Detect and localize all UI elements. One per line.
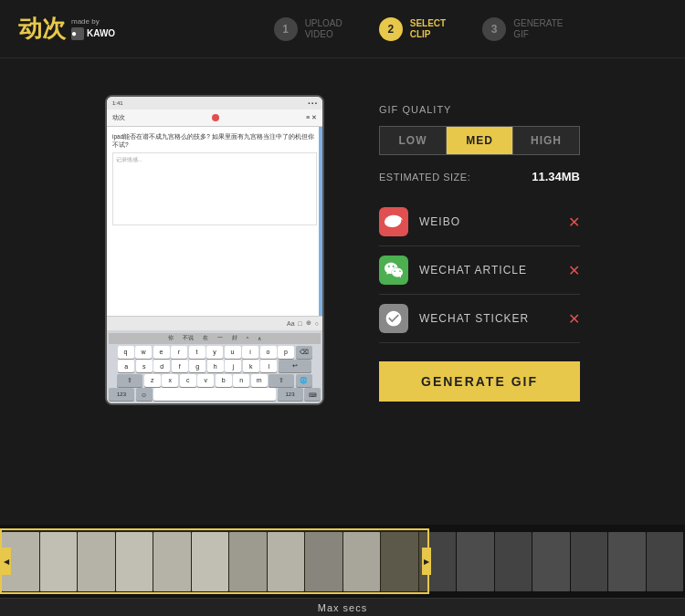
quality-high[interactable]: HIGH [513,127,579,154]
key-a[interactable]: a [118,360,134,372]
suggestion-6[interactable]: ^ [243,336,253,341]
step-1[interactable]: 1 UPLOAD VIDEO [274,17,342,41]
platform-list: WEIBO ✕ WECHAT ARTICLE ✕ [379,198,580,343]
frame-14[interactable] [495,532,532,591]
generate-gif-button[interactable]: GENERATE GIF [379,361,580,402]
film-handle-left[interactable]: ◀ [2,548,11,575]
key-q[interactable]: q [118,346,134,359]
key-123-right[interactable]: 123 [278,388,303,401]
frame-13[interactable] [457,532,494,591]
step-3-circle: 3 [482,17,506,41]
suggestion-4[interactable]: 一 [214,334,227,342]
step-2[interactable]: 2 SELECT CLIP [379,17,446,41]
wechat-sticker-icon [379,304,408,333]
film-label-text: Max secs [318,602,367,613]
key-g[interactable]: g [189,360,206,372]
key-w[interactable]: w [135,346,152,359]
logo-brand-row: ● KAWO [71,27,115,40]
key-b[interactable]: b [216,374,232,387]
toolbar-aa[interactable]: Aa [287,320,295,327]
key-t[interactable]: t [189,346,206,359]
key-e[interactable]: e [153,346,170,359]
frame-16[interactable] [571,532,608,591]
estimated-size-label: ESTIMATED SIZE: [379,172,470,183]
film-selection[interactable]: ◀ [0,528,429,594]
key-return[interactable]: ↩ [279,360,311,372]
suggestion-7[interactable]: ∧ [254,335,265,341]
kawo-icon: ● [71,27,84,40]
key-p[interactable]: p [278,346,294,359]
key-delete[interactable]: ⌫ [296,346,312,359]
logo-brand: KAWO [87,27,115,39]
quality-low[interactable]: LOW [380,127,447,154]
steps-nav: 1 UPLOAD VIDEO 2 SELECT CLIP 3 GENERATE [170,17,667,41]
phone-input-area[interactable]: 记录情感... [112,152,317,225]
wechat-sticker-name: WECHAT STICKER [419,312,568,325]
key-o[interactable]: o [260,346,277,359]
key-k[interactable]: k [243,360,259,372]
key-m[interactable]: m [251,374,268,387]
phone-status-right: ▪ ▪ ▪ [308,100,317,106]
film-strip[interactable]: ◀ ▶ [0,525,685,598]
logo-chinese: 动次 [18,13,66,45]
suggestion-3[interactable]: 在 [199,334,212,342]
right-panel: GIF QUALITY LOW MED HIGH ESTIMATED SIZE:… [379,95,580,402]
film-handle-right[interactable]: ▶ [422,548,431,575]
toolbar-plus[interactable]: ⊕ [306,319,311,327]
key-v[interactable]: v [197,374,214,387]
key-l[interactable]: l [260,360,277,372]
frame-17[interactable] [608,532,646,591]
toolbar-box[interactable]: □ [299,320,302,327]
keyboard-row-1: q w e r t y u i o p ⌫ [109,346,321,359]
key-z[interactable]: z [144,374,161,387]
key-u[interactable]: u [225,346,241,359]
wechat-sticker-remove[interactable]: ✕ [568,310,580,328]
suggestion-1[interactable]: 你 [164,334,177,342]
phone-input-placeholder: 记录情感... [116,157,142,162]
key-globe[interactable]: 🌐 [296,374,312,387]
key-s[interactable]: s [136,360,153,372]
phone-toolbar: Aa □ ⊕ ○ [107,316,322,330]
key-c[interactable]: c [180,374,196,387]
step-2-circle: 2 [379,17,403,41]
key-r[interactable]: r [171,346,187,359]
logo-made-by: made by [71,17,115,26]
wechat-article-name: WECHAT ARTICLE [419,264,568,277]
key-shift[interactable]: ⇧ [117,374,142,387]
wechat-article-icon [379,256,408,285]
key-f[interactable]: f [172,360,188,372]
wechat-article-remove[interactable]: ✕ [568,262,580,279]
estimated-size-row: ESTIMATED SIZE: 11.34MB [379,170,580,183]
key-y[interactable]: y [206,346,223,359]
key-shift-right[interactable]: ⇧ [269,374,294,387]
key-h[interactable]: h [207,360,224,372]
weibo-remove[interactable]: ✕ [568,214,580,231]
phone-text-content: ipad能否在谱不成九宫格么的技多? 如果里面有九宫格当注中了的机但你不试? [112,132,317,149]
phone-close-btn[interactable] [212,114,219,121]
gif-quality-label: GIF QUALITY [379,104,580,115]
film-bottom-label: Max secs [0,598,685,616]
frame-18[interactable] [647,532,684,591]
logo-area: 动次 made by ● KAWO [18,13,115,45]
key-123[interactable]: 123 [109,388,134,401]
key-keyboard-switch[interactable]: ⌨ [304,388,321,401]
key-emoji[interactable]: ☺ [136,388,153,401]
frame-15[interactable] [532,532,570,591]
key-n[interactable]: n [233,374,249,387]
suggestion-2[interactable]: 不说 [179,334,197,342]
quality-med[interactable]: MED [447,127,513,154]
key-x[interactable]: x [162,374,178,387]
key-j[interactable]: j [225,360,241,372]
film-strip-container: ◀ ▶ Max secs [0,525,685,616]
key-d[interactable]: d [153,360,170,372]
suggestion-5[interactable]: 好 [228,334,241,342]
phone-keyboard: 你 不说 在 一 好 ^ ∧ q w e r t y u i [107,330,322,404]
keyboard-row-2: a s d f g h j k l ↩ [109,360,321,372]
toolbar-circle[interactable]: ○ [315,320,319,327]
phone-mockup: 1:41 ▪ ▪ ▪ 动次 ≡ ✕ ipad能否在谱不成九宫格么的技多? 如果里… [105,95,324,405]
quality-buttons: LOW MED HIGH [379,126,580,155]
phone-scrollbar[interactable] [319,127,322,316]
step-3[interactable]: 3 GENERATE GIF [482,17,563,41]
key-i[interactable]: i [242,346,258,359]
key-space[interactable] [153,388,276,401]
